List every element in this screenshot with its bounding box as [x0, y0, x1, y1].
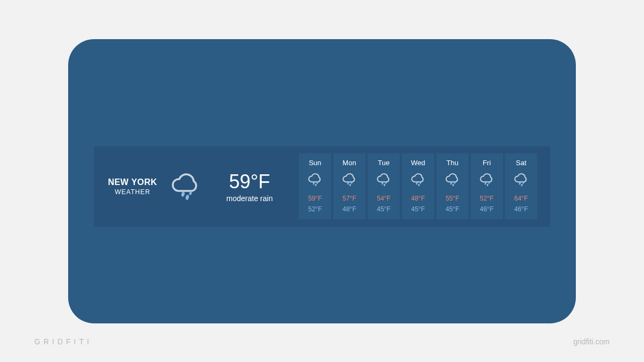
rain-cloud-icon — [167, 169, 204, 204]
rain-cloud-icon — [340, 171, 358, 190]
forecast-day[interactable]: Sat 64°F46°F — [505, 153, 537, 220]
svg-point-6 — [347, 182, 349, 184]
svg-point-18 — [485, 182, 487, 184]
current-temp: 59°F — [212, 171, 287, 193]
forecast-day-name: Wed — [411, 159, 426, 167]
forecast-low-temp: 48°F — [342, 205, 356, 213]
forecast-low-temp: 46°F — [480, 205, 493, 213]
forecast-row: Sun 59°F52°FMon 57°F48°FTue 54°F45°FWed … — [298, 153, 537, 220]
forecast-day-name: Tue — [378, 159, 390, 167]
current-conditions: 59°F moderate rain — [212, 171, 287, 203]
forecast-day-name: Thu — [447, 159, 458, 167]
svg-point-3 — [313, 182, 315, 184]
svg-point-4 — [314, 183, 317, 186]
forecast-high-temp: 54°F — [377, 195, 390, 202]
forecast-day[interactable]: Wed 48°F45°F — [402, 153, 434, 220]
forecast-low-temp: 45°F — [411, 205, 425, 213]
svg-point-9 — [382, 182, 384, 184]
svg-point-15 — [450, 182, 452, 184]
rain-cloud-icon — [409, 171, 427, 190]
forecast-day[interactable]: Sun 59°F52°F — [299, 153, 331, 220]
forecast-day-name: Sun — [309, 159, 321, 167]
forecast-day[interactable]: Thu 55°F45°F — [436, 153, 469, 220]
location-block: NEW YORK WEATHER — [100, 178, 165, 196]
forecast-high-temp: 64°F — [514, 195, 528, 202]
brand-url: gridfiti.com — [573, 337, 610, 346]
svg-point-12 — [416, 182, 418, 184]
weather-widget-card: NEW YORK WEATHER 59°F moderate rain Sun … — [68, 39, 576, 323]
forecast-high-temp: 57°F — [342, 195, 356, 202]
svg-point-13 — [418, 183, 420, 186]
forecast-day[interactable]: Mon 57°F48°F — [333, 153, 365, 220]
brand-wordmark: GRIDFITI — [34, 337, 92, 346]
forecast-high-temp: 52°F — [480, 195, 493, 202]
svg-point-21 — [519, 182, 521, 184]
location-sub: WEATHER — [108, 188, 157, 196]
rain-cloud-icon — [512, 171, 530, 190]
forecast-low-temp: 52°F — [308, 205, 321, 213]
svg-point-16 — [452, 183, 454, 186]
svg-point-19 — [486, 183, 488, 186]
forecast-day-name: Sat — [516, 159, 526, 167]
current-desc: moderate rain — [212, 194, 287, 203]
forecast-low-temp: 45°F — [377, 205, 390, 213]
forecast-high-temp: 59°F — [308, 195, 321, 202]
location-name: NEW YORK — [108, 178, 157, 187]
forecast-high-temp: 55°F — [445, 195, 459, 202]
forecast-day[interactable]: Tue 54°F45°F — [368, 153, 400, 220]
rain-cloud-icon — [306, 171, 324, 190]
rain-cloud-icon — [443, 171, 462, 190]
svg-point-1 — [185, 194, 189, 200]
forecast-high-temp: 48°F — [411, 195, 425, 202]
forecast-low-temp: 45°F — [445, 205, 459, 213]
forecast-day-name: Fri — [482, 159, 491, 167]
rain-cloud-icon — [375, 171, 393, 190]
svg-point-0 — [181, 191, 185, 197]
forecast-low-temp: 46°F — [514, 205, 528, 213]
weather-bar: NEW YORK WEATHER 59°F moderate rain Sun … — [94, 146, 550, 227]
svg-point-10 — [383, 183, 385, 186]
forecast-day[interactable]: Fri 52°F46°F — [471, 153, 503, 220]
rain-cloud-icon — [478, 171, 496, 190]
svg-point-7 — [349, 183, 351, 186]
forecast-day-name: Mon — [342, 159, 356, 167]
svg-point-22 — [521, 183, 523, 186]
